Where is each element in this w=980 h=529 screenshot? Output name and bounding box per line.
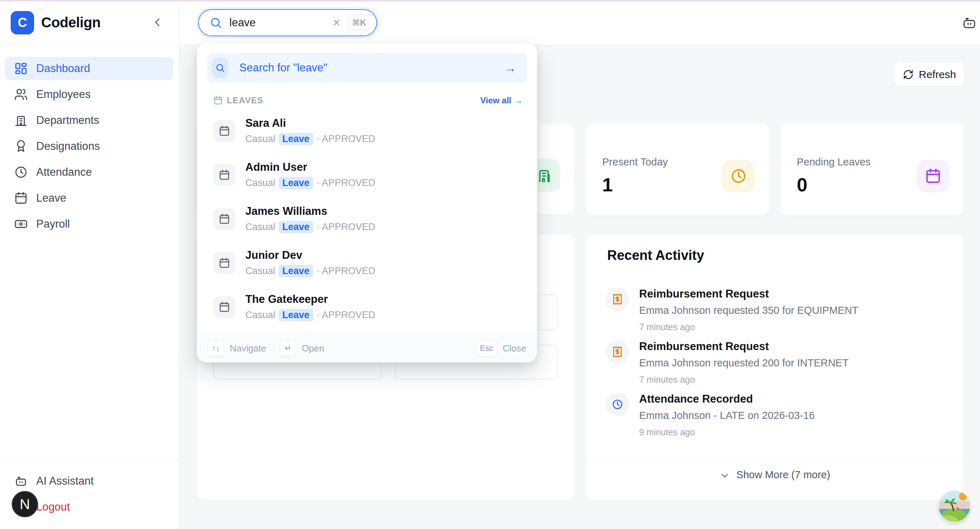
show-more-button[interactable]: Show More (7 more) (586, 458, 964, 500)
ai-assistant-button[interactable] (961, 0, 977, 45)
search-result-row[interactable]: James Williams Casual Leave · APPROVED (204, 199, 530, 240)
search-icon (212, 57, 229, 78)
activity-desc: Emma Johnson requested 200 for INTERNET (639, 357, 849, 369)
search-result-row[interactable]: Admin User Casual Leave · APPROVED (204, 154, 530, 195)
activity-text: Attendance Recorded Emma Johnson - LATE … (639, 393, 815, 437)
stat-label: Present Today (602, 156, 668, 168)
search-result-row[interactable]: Sara Ali Casual Leave · APPROVED (204, 110, 530, 152)
result-type: Casual (245, 265, 275, 276)
award-icon (14, 140, 28, 153)
users-icon (14, 88, 28, 101)
receipt-icon (606, 288, 629, 311)
brand-name: Codelign (41, 14, 100, 30)
result-highlight: Leave (279, 177, 313, 189)
search-result-row[interactable]: Junior Dev Casual Leave · APPROVED (204, 243, 530, 284)
robot-icon (961, 15, 977, 30)
sidebar-item-departments[interactable]: Departments (5, 109, 173, 132)
result-name: Admin User (245, 161, 375, 174)
close-hint: Close (503, 343, 526, 354)
sidebar-item-designations[interactable]: Designations (5, 135, 173, 158)
dev-tools-badge[interactable]: N (12, 491, 38, 517)
sidebar-item-label: Logout (36, 500, 70, 513)
result-highlight: Leave (279, 265, 313, 277)
search-result-row[interactable]: The Gatekeeper Casual Leave · APPROVED (204, 286, 530, 328)
sidebar-item-label: Payroll (36, 218, 70, 230)
shortcut-badge[interactable]: ⌘K (348, 14, 370, 31)
result-type: Casual (245, 133, 275, 145)
activity-desc: Emma Johnson requested 350 for EQUIPMENT (639, 305, 858, 316)
app-screen: C Codelign Dashboard Employees Departmen… (0, 0, 980, 529)
calendar-icon (14, 191, 28, 205)
result-status: · APPROVED (317, 265, 375, 276)
sidebar-item-label: AI Assistant (36, 475, 94, 488)
calendar-icon (213, 252, 235, 274)
activity-row: Reimbursement Request Emma Johnson reque… (606, 340, 950, 385)
sidebar-item-label: Departments (36, 114, 99, 127)
chevron-down-icon (719, 470, 730, 481)
island-widget[interactable] (938, 490, 971, 523)
esc-key-badge: Esc (476, 340, 497, 356)
search-dropdown: Search for "leave" → LEAVES View all → S… (197, 43, 537, 362)
recent-activity-panel: Recent Activity Reimbursement Request Em… (586, 234, 964, 500)
sidebar-item-leave[interactable]: Leave (5, 186, 173, 210)
result-status: · APPROVED (317, 178, 375, 189)
result-status: · APPROVED (317, 222, 375, 232)
result-subtitle: Casual Leave · APPROVED (245, 177, 375, 189)
sidebar-collapse-button[interactable] (151, 16, 164, 30)
stat-value: 0 (797, 174, 871, 195)
result-type: Casual (245, 222, 275, 232)
clock-icon (722, 160, 755, 192)
activity-title: Attendance Recorded (639, 393, 815, 405)
result-name: James Williams (245, 205, 375, 218)
result-type: Casual (245, 310, 275, 321)
stat-text: Pending Leaves 0 (797, 156, 871, 195)
refresh-button[interactable]: Refresh (895, 62, 964, 86)
sidebar-item-attendance[interactable]: Attendance (5, 160, 173, 184)
result-subtitle: Casual Leave · APPROVED (245, 265, 375, 277)
recent-activity-title: Recent Activity (607, 248, 704, 263)
result-highlight: Leave (279, 309, 313, 321)
result-subtitle: Casual Leave · APPROVED (245, 309, 375, 321)
activity-title: Reimbursement Request (639, 288, 858, 300)
clock-icon (14, 165, 28, 179)
clear-search-icon[interactable]: × (333, 16, 340, 29)
brand-logo-letter: C (18, 15, 27, 30)
activity-row: Reimbursement Request Emma Johnson reque… (606, 288, 950, 332)
clock-icon (606, 393, 629, 416)
result-status: · APPROVED (317, 310, 375, 321)
brand-logo: C (11, 11, 34, 35)
result-type: Casual (245, 178, 275, 189)
activity-title: Reimbursement Request (639, 340, 849, 353)
sidebar: C Codelign Dashboard Employees Departmen… (0, 0, 179, 529)
result-status: · APPROVED (317, 133, 375, 145)
results-section-header: LEAVES View all → (213, 95, 523, 106)
sidebar-item-dashboard[interactable]: Dashboard (5, 57, 173, 80)
section-label: LEAVES (227, 95, 480, 105)
sidebar-item-payroll[interactable]: Payroll (5, 212, 173, 236)
result-subtitle: Casual Leave · APPROVED (245, 133, 375, 145)
sidebar-item-employees[interactable]: Employees (5, 83, 173, 106)
calendar-icon (917, 160, 950, 192)
calendar-icon (213, 296, 235, 318)
result-name: Junior Dev (245, 249, 375, 262)
sidebar-item-label: Dashboard (36, 62, 90, 75)
activity-time: 9 minutes ago (639, 427, 815, 437)
result-text: Sara Ali Casual Leave · APPROVED (245, 117, 375, 145)
refresh-icon (903, 69, 913, 80)
navigate-hint: Navigate (230, 343, 266, 354)
sidebar-item-ai-assistant[interactable]: AI Assistant (5, 469, 173, 493)
global-search-input[interactable]: leave × ⌘K (198, 9, 377, 36)
arrows-key-badge: ↑↓ (208, 340, 224, 356)
stat-card-present-today: Present Today 1 (586, 124, 769, 216)
view-all-label: View all (480, 95, 511, 105)
stat-card-pending-leaves: Pending Leaves 0 (780, 124, 964, 216)
dev-badge-letter: N (20, 496, 30, 512)
result-subtitle: Casual Leave · APPROVED (245, 221, 375, 233)
brand-row: C Codelign (0, 0, 179, 45)
dropdown-footer: ↑↓ Navigate ↵ Open Esc Close (197, 334, 537, 362)
calendar-icon (213, 120, 235, 142)
view-all-link[interactable]: View all → (480, 95, 523, 105)
robot-icon (14, 474, 28, 488)
search-action-row[interactable]: Search for "leave" → (207, 53, 527, 83)
sidebar-nav: Dashboard Employees Departments Designat… (5, 57, 173, 238)
